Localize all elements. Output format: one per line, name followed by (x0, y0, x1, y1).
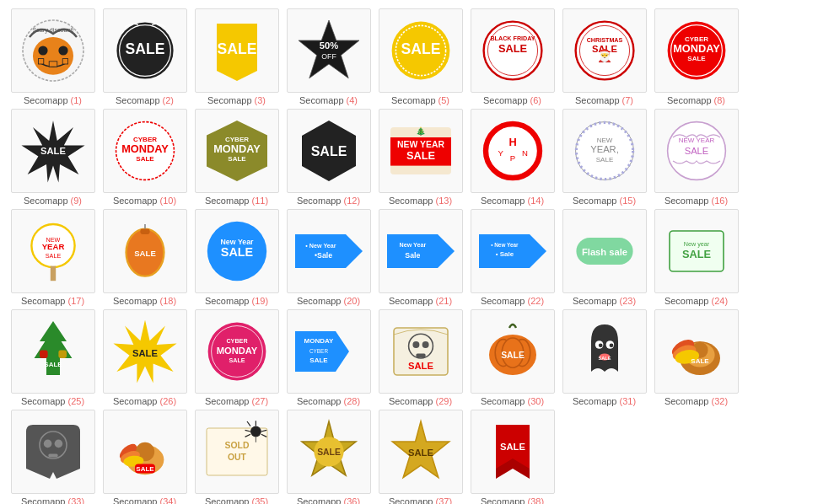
svg-text:•Sale: •Sale (315, 251, 332, 260)
svg-text:New Year: New Year (220, 238, 254, 246)
svg-text:SALE: SALE (598, 356, 611, 361)
badge-num-23: (23) (620, 296, 637, 306)
badge-item-7[interactable]: CHRISTMAS SALE 🎅 Secomapp (7) (560, 8, 648, 105)
svg-text:MONDAY: MONDAY (213, 142, 261, 155)
badge-thumb-15: NEW YEAR, SALE (562, 109, 647, 193)
badge-item-30[interactable]: SALE Secomapp (30) (468, 309, 557, 406)
badge-thumb-31: SALE (562, 309, 647, 394)
svg-text:P: P (509, 153, 514, 163)
badge-item-5[interactable]: SALE Secomapp (5) (376, 8, 465, 105)
svg-text:MONDAY: MONDAY (216, 346, 257, 356)
badge-item-25[interactable]: SALE Secomapp (25) (8, 309, 97, 406)
badge-item-24[interactable]: New year SALE Secomapp (24) (652, 209, 740, 306)
badge-label-37: Secomapp (37) (389, 496, 452, 504)
svg-text:SALE: SALE (45, 252, 61, 260)
svg-text:SOLD: SOLD (224, 441, 249, 450)
svg-text:SALE: SALE (220, 245, 253, 259)
svg-text:SALE: SALE (498, 42, 527, 55)
svg-point-132 (54, 440, 62, 448)
badge-item-8[interactable]: CYBER MONDAY SALE Secomapp (8) (652, 8, 740, 105)
badge-item-4[interactable]: 50% OFF Secomapp (4) (284, 8, 373, 105)
svg-rect-93 (40, 350, 48, 358)
svg-marker-80 (387, 234, 455, 268)
badge-label-21: Secomapp (21) (389, 296, 452, 306)
svg-text:NEW YEAR: NEW YEAR (397, 140, 444, 149)
badge-label-35: Secomapp (35) (205, 496, 268, 504)
badge-num-14: (14) (528, 196, 545, 206)
badge-thumb-27: CYBER MONDAY SALE (195, 309, 279, 394)
badge-item-19[interactable]: New Year SALE Secomapp (19) (192, 209, 281, 306)
badge-item-17[interactable]: NEW YEAR SALE Secomapp (17) (8, 209, 97, 306)
badge-item-26[interactable]: SALE Secomapp (26) (100, 309, 189, 406)
svg-point-2 (33, 37, 73, 75)
badge-item-15[interactable]: NEW YEAR, SALE Secomapp (15) (560, 109, 648, 206)
badge-label-33: Secomapp (33) (21, 496, 84, 504)
badge-item-34[interactable]: SALE Secomapp (34) (100, 410, 189, 504)
badge-num-18: (18) (160, 296, 177, 306)
svg-point-4 (58, 46, 67, 55)
badge-num-17: (17) (68, 296, 85, 306)
badge-item-23[interactable]: Flash sale Secomapp (23) (560, 209, 648, 306)
badge-label-8: Secomapp (8) (667, 95, 725, 105)
badge-thumb-6: BLACK FRIDAY SALE (471, 8, 555, 93)
badge-thumb-37: SALE (379, 410, 463, 494)
badge-item-10[interactable]: CYBER MONDAY SALE Secomapp (10) (100, 109, 189, 206)
badge-item-27[interactable]: CYBER MONDAY SALE Secomapp (27) (192, 309, 281, 406)
badge-item-6[interactable]: BLACK FRIDAY SALE Secomapp (6) (468, 8, 557, 105)
badge-item-21[interactable]: New Year Sale Secomapp (21) (376, 209, 465, 306)
badge-item-9[interactable]: SALE Secomapp (9) (8, 109, 97, 206)
badge-label-13: Secomapp (13) (389, 196, 452, 206)
badge-item-16[interactable]: NEW YEAR SALE Secomapp (16) (652, 109, 740, 206)
svg-text:New year: New year (683, 240, 709, 248)
badge-item-20[interactable]: • New Year •Sale Secomapp (20) (284, 209, 373, 306)
badge-num-10: (10) (160, 196, 177, 206)
badge-thumb-26: SALE (103, 309, 187, 394)
badge-label-4: Secomapp (4) (299, 95, 358, 105)
badge-item-11[interactable]: CYBER MONDAY SALE Secomapp (11) (192, 109, 281, 206)
badge-label-2: Secomapp (2) (116, 95, 174, 105)
svg-text:New Year: New Year (399, 241, 426, 249)
badge-item-32[interactable]: SALE Secomapp (32) (652, 309, 740, 406)
badge-thumb-28: MONDAY CYBER SALE (287, 309, 371, 394)
badge-label-19: Secomapp (19) (205, 296, 268, 306)
badge-label-38: Secomapp (38) (481, 496, 544, 504)
badge-thumb-30: SALE (471, 309, 555, 394)
badge-item-22[interactable]: • New Year • Sale Secomapp (22) (468, 209, 557, 306)
svg-text:SALE: SALE (125, 40, 164, 57)
badge-label-5: Secomapp (5) (391, 95, 449, 105)
svg-point-119 (598, 343, 602, 347)
badge-item-33[interactable]: Secomapp (33) (8, 410, 97, 504)
badge-label-23: Secomapp (23) (573, 296, 636, 306)
svg-text:SALE: SALE (217, 40, 256, 57)
svg-text:SALE: SALE (595, 156, 612, 164)
badge-label-36: Secomapp (36) (297, 496, 360, 504)
badge-item-18[interactable]: SALE Secomapp (18) (100, 209, 189, 306)
badge-item-28[interactable]: MONDAY CYBER SALE Secomapp (28) (284, 309, 373, 406)
badge-item-14[interactable]: H Y P N Secomapp (14) (468, 109, 557, 206)
badge-item-35[interactable]: SOLD OUT Secomapp (35) (192, 410, 281, 504)
badge-label-10: Secomapp (10) (113, 196, 176, 206)
badge-item-12[interactable]: SALE Secomapp (12) (284, 109, 373, 206)
badge-thumb-11: CYBER MONDAY SALE (195, 109, 279, 193)
badge-thumb-38: SALE (471, 410, 555, 494)
svg-text:🎅: 🎅 (597, 48, 612, 63)
badge-item-13[interactable]: NEW YEAR SALE 🎄 Secomapp (13) (376, 109, 465, 206)
badge-item-2[interactable]: SALE Secomapp (2) (100, 8, 189, 105)
badge-item-1[interactable]: Scary discount! Secomapp (1) (8, 8, 97, 105)
badge-item-3[interactable]: SALE Secomapp (3) (192, 8, 281, 105)
badge-thumb-36: SALE (287, 410, 371, 494)
badge-num-3: (3) (255, 95, 266, 105)
svg-text:MONDAY: MONDAY (673, 42, 720, 55)
badge-label-16: Secomapp (16) (665, 196, 728, 206)
badge-item-29[interactable]: SALE Secomapp (29) (376, 309, 465, 406)
badge-item-36[interactable]: SALE Secomapp (36) (284, 410, 373, 504)
svg-text:SALE: SALE (406, 149, 435, 162)
badge-num-29: (29) (436, 396, 453, 406)
badge-thumb-32: SALE (654, 309, 739, 394)
badge-num-38: (38) (528, 496, 545, 504)
svg-point-109 (422, 341, 428, 348)
badge-item-38[interactable]: SALE Secomapp (38) (468, 410, 557, 504)
badge-item-31[interactable]: SALE Secomapp (31) (560, 309, 648, 406)
badge-item-37[interactable]: SALE Secomapp (37) (376, 410, 465, 504)
badge-thumb-2: SALE (103, 8, 187, 93)
